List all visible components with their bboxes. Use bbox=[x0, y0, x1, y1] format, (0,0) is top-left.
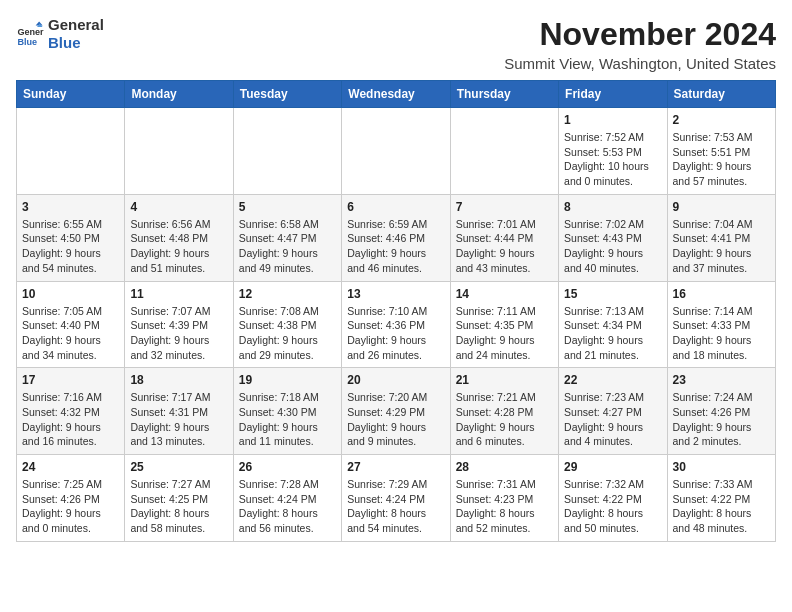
calendar-cell: 5Sunrise: 6:58 AM Sunset: 4:47 PM Daylig… bbox=[233, 194, 341, 281]
weekday-header-tuesday: Tuesday bbox=[233, 81, 341, 108]
calendar-cell: 14Sunrise: 7:11 AM Sunset: 4:35 PM Dayli… bbox=[450, 281, 558, 368]
calendar-week-3: 10Sunrise: 7:05 AM Sunset: 4:40 PM Dayli… bbox=[17, 281, 776, 368]
calendar-cell bbox=[17, 108, 125, 195]
calendar-cell bbox=[342, 108, 450, 195]
day-info: Sunrise: 7:07 AM Sunset: 4:39 PM Dayligh… bbox=[130, 304, 227, 363]
day-info: Sunrise: 7:18 AM Sunset: 4:30 PM Dayligh… bbox=[239, 390, 336, 449]
calendar-cell bbox=[450, 108, 558, 195]
calendar-cell bbox=[233, 108, 341, 195]
calendar-cell: 20Sunrise: 7:20 AM Sunset: 4:29 PM Dayli… bbox=[342, 368, 450, 455]
header: General Blue General Blue November 2024 … bbox=[16, 16, 776, 72]
day-number: 27 bbox=[347, 460, 444, 474]
day-info: Sunrise: 7:10 AM Sunset: 4:36 PM Dayligh… bbox=[347, 304, 444, 363]
calendar-cell: 30Sunrise: 7:33 AM Sunset: 4:22 PM Dayli… bbox=[667, 455, 775, 542]
calendar-cell: 28Sunrise: 7:31 AM Sunset: 4:23 PM Dayli… bbox=[450, 455, 558, 542]
calendar-week-4: 17Sunrise: 7:16 AM Sunset: 4:32 PM Dayli… bbox=[17, 368, 776, 455]
weekday-header-saturday: Saturday bbox=[667, 81, 775, 108]
day-info: Sunrise: 6:55 AM Sunset: 4:50 PM Dayligh… bbox=[22, 217, 119, 276]
calendar-cell: 2Sunrise: 7:53 AM Sunset: 5:51 PM Daylig… bbox=[667, 108, 775, 195]
calendar-cell: 13Sunrise: 7:10 AM Sunset: 4:36 PM Dayli… bbox=[342, 281, 450, 368]
calendar-cell: 25Sunrise: 7:27 AM Sunset: 4:25 PM Dayli… bbox=[125, 455, 233, 542]
day-number: 14 bbox=[456, 287, 553, 301]
calendar-week-1: 1Sunrise: 7:52 AM Sunset: 5:53 PM Daylig… bbox=[17, 108, 776, 195]
calendar-cell: 1Sunrise: 7:52 AM Sunset: 5:53 PM Daylig… bbox=[559, 108, 667, 195]
day-info: Sunrise: 7:05 AM Sunset: 4:40 PM Dayligh… bbox=[22, 304, 119, 363]
day-number: 12 bbox=[239, 287, 336, 301]
day-info: Sunrise: 7:14 AM Sunset: 4:33 PM Dayligh… bbox=[673, 304, 770, 363]
day-info: Sunrise: 7:31 AM Sunset: 4:23 PM Dayligh… bbox=[456, 477, 553, 536]
day-number: 26 bbox=[239, 460, 336, 474]
logo-general: General bbox=[48, 16, 104, 34]
weekday-header-sunday: Sunday bbox=[17, 81, 125, 108]
day-info: Sunrise: 7:13 AM Sunset: 4:34 PM Dayligh… bbox=[564, 304, 661, 363]
month-title: November 2024 bbox=[504, 16, 776, 53]
calendar-week-2: 3Sunrise: 6:55 AM Sunset: 4:50 PM Daylig… bbox=[17, 194, 776, 281]
calendar-cell: 10Sunrise: 7:05 AM Sunset: 4:40 PM Dayli… bbox=[17, 281, 125, 368]
day-info: Sunrise: 7:16 AM Sunset: 4:32 PM Dayligh… bbox=[22, 390, 119, 449]
calendar-cell: 6Sunrise: 6:59 AM Sunset: 4:46 PM Daylig… bbox=[342, 194, 450, 281]
day-number: 8 bbox=[564, 200, 661, 214]
calendar-cell: 3Sunrise: 6:55 AM Sunset: 4:50 PM Daylig… bbox=[17, 194, 125, 281]
calendar-cell: 7Sunrise: 7:01 AM Sunset: 4:44 PM Daylig… bbox=[450, 194, 558, 281]
calendar-cell: 27Sunrise: 7:29 AM Sunset: 4:24 PM Dayli… bbox=[342, 455, 450, 542]
day-info: Sunrise: 7:11 AM Sunset: 4:35 PM Dayligh… bbox=[456, 304, 553, 363]
day-number: 10 bbox=[22, 287, 119, 301]
day-number: 17 bbox=[22, 373, 119, 387]
day-number: 30 bbox=[673, 460, 770, 474]
day-number: 2 bbox=[673, 113, 770, 127]
day-number: 3 bbox=[22, 200, 119, 214]
day-number: 5 bbox=[239, 200, 336, 214]
day-info: Sunrise: 7:32 AM Sunset: 4:22 PM Dayligh… bbox=[564, 477, 661, 536]
calendar-cell: 12Sunrise: 7:08 AM Sunset: 4:38 PM Dayli… bbox=[233, 281, 341, 368]
logo: General Blue General Blue bbox=[16, 16, 104, 52]
calendar-cell: 4Sunrise: 6:56 AM Sunset: 4:48 PM Daylig… bbox=[125, 194, 233, 281]
calendar-cell: 9Sunrise: 7:04 AM Sunset: 4:41 PM Daylig… bbox=[667, 194, 775, 281]
day-number: 9 bbox=[673, 200, 770, 214]
day-number: 15 bbox=[564, 287, 661, 301]
day-number: 21 bbox=[456, 373, 553, 387]
calendar-cell: 26Sunrise: 7:28 AM Sunset: 4:24 PM Dayli… bbox=[233, 455, 341, 542]
day-info: Sunrise: 7:52 AM Sunset: 5:53 PM Dayligh… bbox=[564, 130, 661, 189]
calendar-cell: 16Sunrise: 7:14 AM Sunset: 4:33 PM Dayli… bbox=[667, 281, 775, 368]
logo-icon: General Blue bbox=[16, 20, 44, 48]
calendar-cell: 8Sunrise: 7:02 AM Sunset: 4:43 PM Daylig… bbox=[559, 194, 667, 281]
title-area: November 2024 Summit View, Washington, U… bbox=[504, 16, 776, 72]
day-number: 19 bbox=[239, 373, 336, 387]
day-info: Sunrise: 7:24 AM Sunset: 4:26 PM Dayligh… bbox=[673, 390, 770, 449]
day-info: Sunrise: 6:56 AM Sunset: 4:48 PM Dayligh… bbox=[130, 217, 227, 276]
day-number: 29 bbox=[564, 460, 661, 474]
day-info: Sunrise: 7:01 AM Sunset: 4:44 PM Dayligh… bbox=[456, 217, 553, 276]
day-number: 20 bbox=[347, 373, 444, 387]
day-info: Sunrise: 7:33 AM Sunset: 4:22 PM Dayligh… bbox=[673, 477, 770, 536]
day-info: Sunrise: 7:04 AM Sunset: 4:41 PM Dayligh… bbox=[673, 217, 770, 276]
day-info: Sunrise: 7:20 AM Sunset: 4:29 PM Dayligh… bbox=[347, 390, 444, 449]
day-info: Sunrise: 7:29 AM Sunset: 4:24 PM Dayligh… bbox=[347, 477, 444, 536]
weekday-header-wednesday: Wednesday bbox=[342, 81, 450, 108]
calendar-cell: 15Sunrise: 7:13 AM Sunset: 4:34 PM Dayli… bbox=[559, 281, 667, 368]
calendar-week-5: 24Sunrise: 7:25 AM Sunset: 4:26 PM Dayli… bbox=[17, 455, 776, 542]
calendar-cell: 18Sunrise: 7:17 AM Sunset: 4:31 PM Dayli… bbox=[125, 368, 233, 455]
calendar-cell: 24Sunrise: 7:25 AM Sunset: 4:26 PM Dayli… bbox=[17, 455, 125, 542]
day-number: 23 bbox=[673, 373, 770, 387]
day-info: Sunrise: 7:53 AM Sunset: 5:51 PM Dayligh… bbox=[673, 130, 770, 189]
calendar: SundayMondayTuesdayWednesdayThursdayFrid… bbox=[16, 80, 776, 542]
calendar-cell bbox=[125, 108, 233, 195]
calendar-cell: 23Sunrise: 7:24 AM Sunset: 4:26 PM Dayli… bbox=[667, 368, 775, 455]
calendar-cell: 29Sunrise: 7:32 AM Sunset: 4:22 PM Dayli… bbox=[559, 455, 667, 542]
day-number: 28 bbox=[456, 460, 553, 474]
day-info: Sunrise: 7:08 AM Sunset: 4:38 PM Dayligh… bbox=[239, 304, 336, 363]
calendar-cell: 11Sunrise: 7:07 AM Sunset: 4:39 PM Dayli… bbox=[125, 281, 233, 368]
day-number: 7 bbox=[456, 200, 553, 214]
day-info: Sunrise: 7:28 AM Sunset: 4:24 PM Dayligh… bbox=[239, 477, 336, 536]
svg-text:Blue: Blue bbox=[17, 37, 37, 47]
day-number: 13 bbox=[347, 287, 444, 301]
day-info: Sunrise: 7:27 AM Sunset: 4:25 PM Dayligh… bbox=[130, 477, 227, 536]
weekday-header-friday: Friday bbox=[559, 81, 667, 108]
location: Summit View, Washington, United States bbox=[504, 55, 776, 72]
weekday-header-monday: Monday bbox=[125, 81, 233, 108]
day-info: Sunrise: 7:02 AM Sunset: 4:43 PM Dayligh… bbox=[564, 217, 661, 276]
calendar-cell: 22Sunrise: 7:23 AM Sunset: 4:27 PM Dayli… bbox=[559, 368, 667, 455]
logo-blue: Blue bbox=[48, 34, 104, 52]
calendar-cell: 17Sunrise: 7:16 AM Sunset: 4:32 PM Dayli… bbox=[17, 368, 125, 455]
day-number: 11 bbox=[130, 287, 227, 301]
